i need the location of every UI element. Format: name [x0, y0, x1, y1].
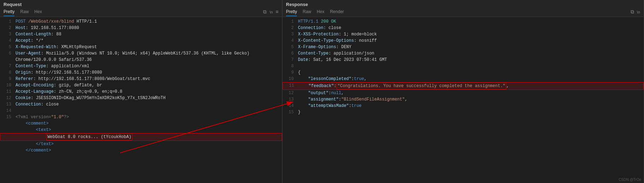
- newline-icon[interactable]: \n: [269, 10, 273, 14]
- tab-response-hex[interactable]: Hex: [317, 8, 324, 16]
- resp-line-3: 3 X-XSS-Protection: 1; mode=block: [282, 31, 644, 38]
- req-line-4: 4 Accept: */*: [0, 38, 282, 44]
- req-line-9: 9 Referer: http://192.168.51.177:8080/We…: [0, 76, 282, 82]
- req-line-13: 13 Connection: close: [0, 101, 282, 108]
- req-line-11: 11 Accept-Language: zh-CN, zh;q=0.9, en;…: [0, 88, 282, 95]
- req-line-6b: Chrome/120.0.0.0 Safari/537.36: [0, 57, 282, 63]
- request-content: 1 POST /WebGoat/xxe/blind HTTP/1.1 2 Hos…: [0, 17, 282, 183]
- resp-copy-icon[interactable]: ⧉: [631, 9, 634, 15]
- copy-icon[interactable]: ⧉: [263, 9, 267, 15]
- req-line-8: 8 Origin: http://192.168.51.177:8080: [0, 69, 282, 76]
- req-line-3: 3 Content-Length: 88: [0, 31, 282, 38]
- tab-response-pretty[interactable]: Pretty: [286, 8, 297, 16]
- resp-line-8: 8: [282, 63, 644, 69]
- resp-newline-icon[interactable]: \n: [637, 10, 640, 14]
- resp-line-13: 13 "assignment":"BlindSendFileAssignment…: [282, 96, 644, 103]
- tab-request-pretty[interactable]: Pretty: [4, 8, 14, 16]
- resp-line-2: 2 Connection: close: [282, 25, 644, 31]
- resp-line-4: 4 X-Content-Type-Options: nosniff: [282, 38, 644, 44]
- tab-request-raw[interactable]: Raw: [20, 8, 29, 16]
- watermark: CSDN @TrOe: [619, 178, 641, 182]
- response-panel-title: Response: [286, 2, 308, 7]
- request-panel-title: Request: [4, 2, 22, 7]
- resp-line-14: 14 "attemptWasMade":true: [282, 103, 644, 109]
- req-line-15d: WebGoat 8.0 rocks... (tYcoukHobA): [0, 133, 282, 141]
- req-line-10: 10 Accept-Encoding: gzip, deflate, br: [0, 82, 282, 88]
- req-line-15c: <text>: [0, 127, 282, 133]
- resp-line-9: 9 {: [282, 69, 644, 76]
- response-content: 1 HTTP/1.1 200 OK 2 Connection: close 3 …: [282, 17, 644, 183]
- req-line-12: 12 Cookie: JSESSIONID=DKag_WU7P5mYnImXDR…: [0, 95, 282, 101]
- req-line-5: 5 X-Requested-With: XMLHttpRequest: [0, 44, 282, 50]
- req-line-14: 14: [0, 108, 282, 114]
- tab-request-hex[interactable]: Hex: [34, 8, 42, 16]
- resp-line-11: 11 "feedback":"Congratulations. You have…: [282, 82, 644, 90]
- resp-line-12: 12 "output":null,: [282, 90, 644, 96]
- resp-line-1: 1 HTTP/1.1 200 OK: [282, 18, 644, 25]
- resp-line-7: 7 Date: Sat, 16 Dec 2023 07:50:41 GMT: [282, 57, 644, 63]
- resp-line-6: 6 Content-Type: application/json: [282, 50, 644, 57]
- req-line-15b: <comment>: [0, 120, 282, 127]
- tab-response-render[interactable]: Render: [330, 8, 344, 16]
- req-line-7: 7 Content-Type: application/xml: [0, 63, 282, 69]
- tab-response-raw[interactable]: Raw: [303, 8, 311, 16]
- menu-icon[interactable]: ≡: [276, 9, 279, 15]
- resp-line-5: 5 X-Frame-Options: DENY: [282, 44, 644, 50]
- req-line-15f: </comment>: [0, 147, 282, 154]
- req-line-2: 2 Host: 192.168.51.177:8080: [0, 25, 282, 31]
- resp-line-10: 10 "lessonCompleted":true,: [282, 76, 644, 82]
- req-line-6: 6 User-Agent: Mozilla/5.0 (Windows NT 10…: [0, 50, 282, 57]
- req-line-15: 15 <?xml version="1.0"?>: [0, 114, 282, 120]
- req-line-1: 1 POST /WebGoat/xxe/blind HTTP/1.1: [0, 18, 282, 25]
- req-line-15e: </text>: [0, 141, 282, 147]
- resp-line-15: 15 }: [282, 109, 644, 115]
